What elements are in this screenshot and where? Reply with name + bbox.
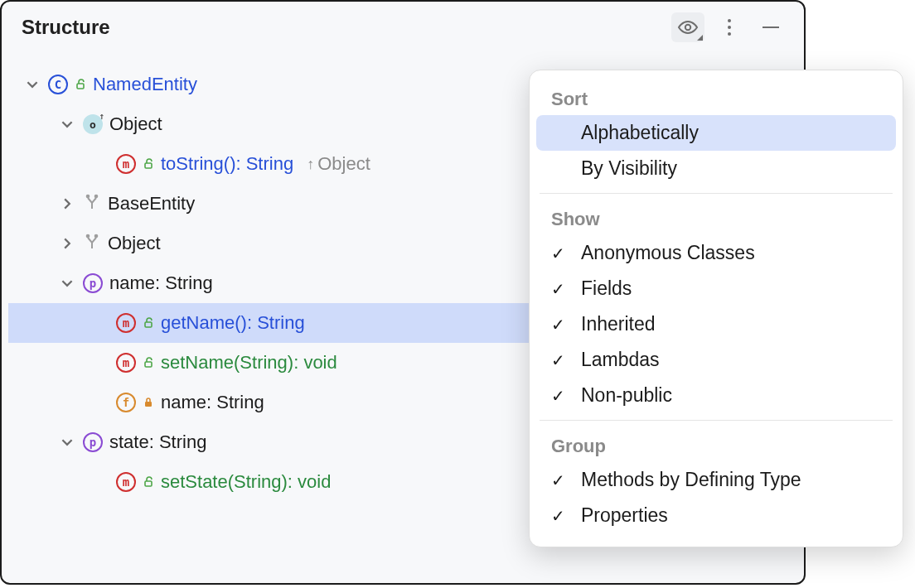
check-icon: ✓ [551,315,569,335]
method-icon: m [116,154,136,174]
overrides-label: Object [317,153,370,175]
check-icon: ✓ [551,279,569,299]
class-icon: C [48,75,68,94]
unlock-icon [143,158,154,170]
chevron-down-icon[interactable] [58,433,76,451]
menu-item-label: Lambdas [581,349,881,371]
menu-item-label: Methods by Defining Type [581,469,881,491]
view-options-button[interactable] [671,12,704,42]
panel-header: Structure [2,2,804,53]
svg-point-3 [86,195,90,199]
node-label: Object [109,113,162,135]
check-icon: ✓ [551,243,569,263]
svg-rect-7 [145,322,152,327]
svg-rect-2 [145,163,152,168]
interface-icon [83,232,101,255]
menu-item-show-nonpublic[interactable]: ✓ Non-public [536,378,896,413]
unlock-icon [143,357,154,369]
submenu-indicator-icon [697,35,703,41]
lock-icon [143,397,154,408]
property-icon: p [83,432,103,452]
view-options-menu: Sort Alphabetically By Visibility Show ✓… [529,70,903,547]
check-icon: ✓ [551,386,569,406]
svg-point-0 [685,25,690,30]
svg-rect-1 [77,84,84,89]
node-label: setName(String): void [161,352,337,374]
menu-separator [540,420,893,421]
unlock-icon [143,476,154,488]
menu-item-label: Anonymous Classes [581,242,881,264]
menu-item-label: Non-public [581,384,881,407]
menu-item-label: Fields [581,277,881,300]
chevron-right-icon[interactable] [58,234,76,253]
interface-icon [83,192,101,215]
menu-section-sort: Sort [536,80,896,115]
node-label: getName(): String [161,312,305,334]
node-label: toString(): String [161,153,293,175]
method-icon: m [116,353,136,373]
vertical-dots-icon [728,19,731,36]
chevron-right-icon[interactable] [58,195,76,213]
node-label: NamedEntity [93,74,197,95]
chevron-down-icon[interactable] [58,274,76,292]
panel-title: Structure [22,16,110,39]
minimize-icon [762,27,779,28]
node-label: BaseEntity [108,193,195,214]
menu-item-sort-by-visibility[interactable]: By Visibility [536,151,896,186]
unlock-icon [75,79,86,90]
more-options-button[interactable] [713,12,746,42]
menu-separator [540,193,893,194]
menu-item-show-fields[interactable]: ✓ Fields [536,271,896,306]
header-actions [671,12,787,42]
menu-item-label: Inherited [581,313,881,335]
menu-item-show-inherited[interactable]: ✓ Inherited [536,306,896,342]
menu-item-show-anonymous[interactable]: ✓ Anonymous Classes [536,235,896,271]
up-arrow-icon: ↑ [307,156,314,173]
node-label: setState(String): void [161,471,331,493]
chevron-down-icon[interactable] [23,75,41,94]
svg-rect-8 [145,362,152,367]
minimize-button[interactable] [754,12,787,42]
menu-item-group-properties[interactable]: ✓ Properties [536,498,896,533]
menu-section-group: Group [536,427,896,462]
menu-item-show-lambdas[interactable]: ✓ Lambdas [536,342,896,378]
method-icon: m [116,472,136,492]
svg-rect-9 [145,402,152,407]
menu-section-show: Show [536,200,896,235]
property-icon: p [83,273,103,293]
check-icon: ✓ [551,350,569,370]
unlock-icon [143,317,154,329]
svg-point-5 [86,234,90,239]
menu-item-sort-alphabetically[interactable]: Alphabetically [536,115,896,151]
check-icon: ✓ [551,470,569,490]
menu-item-label: Properties [581,504,881,527]
chevron-down-icon[interactable] [58,115,76,133]
superclass-link-icon: o↑ [83,114,103,134]
svg-rect-10 [145,481,152,486]
node-label: name: String [109,272,213,294]
menu-item-label: By Visibility [581,157,881,180]
method-icon: m [116,313,136,333]
check-icon: ✓ [551,506,569,526]
menu-item-label: Alphabetically [581,122,881,144]
node-label: state: String [109,431,206,453]
svg-point-6 [94,234,99,239]
overrides-indicator: ↑ Object [307,153,370,175]
menu-item-group-methods-by-type[interactable]: ✓ Methods by Defining Type [536,462,896,498]
field-icon: f [116,393,136,412]
node-label: Object [108,233,161,254]
svg-point-4 [94,195,99,199]
eye-icon [676,19,700,36]
node-label: name: String [161,392,264,413]
